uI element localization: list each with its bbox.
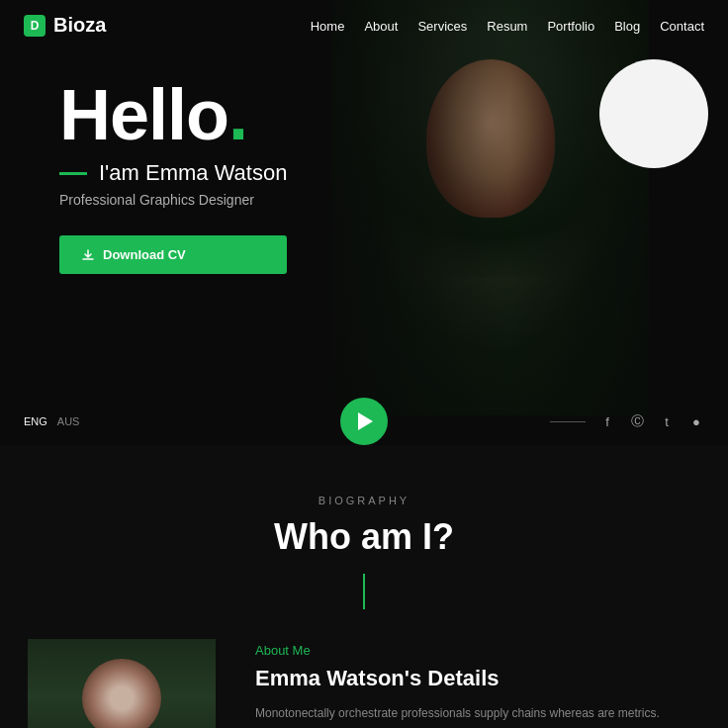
biography-title: Who am I? <box>24 516 704 558</box>
bio-portrait <box>28 639 216 728</box>
play-button[interactable] <box>340 398 388 445</box>
hero-content: Hello. I'am Emma Watson Professional Gra… <box>59 79 287 274</box>
logo-icon: D <box>24 15 46 37</box>
hero-section: Hello. I'am Emma Watson Professional Gra… <box>0 0 728 445</box>
biography-divider <box>363 574 365 609</box>
skype-icon[interactable]: Ⓒ <box>629 413 645 429</box>
hero-divider: I'am Emma Watson <box>59 160 287 186</box>
navbar: D Bioza Home About Services Resum Portfo… <box>0 0 728 50</box>
bio-person-name: Emma Watson's Details <box>255 666 700 691</box>
biography-label: BIOGRAPHY <box>24 495 704 506</box>
nav-contact[interactable]: Contact <box>660 19 704 34</box>
lang-eng[interactable]: ENG <box>24 415 47 427</box>
nav-home[interactable]: Home <box>311 19 345 34</box>
biography-content: About Me Emma Watson's Details Monotonec… <box>28 639 700 728</box>
language-selector: ENG AUS <box>24 415 79 427</box>
nav-services[interactable]: Services <box>417 19 467 34</box>
spotify-icon[interactable]: ● <box>688 413 704 429</box>
lang-aus[interactable]: AUS <box>57 415 80 427</box>
social-divider-line <box>550 421 586 422</box>
nav-portfolio[interactable]: Portfolio <box>547 19 594 34</box>
nav-blog[interactable]: Blog <box>614 19 640 34</box>
facebook-icon[interactable]: f <box>599 413 615 429</box>
biography-section: BIOGRAPHY Who am I? <box>0 445 728 728</box>
hero-divider-line <box>59 172 87 175</box>
hero-profession: Professional Graphics Designer <box>59 192 287 208</box>
social-links: f Ⓒ t ● <box>550 413 704 429</box>
logo[interactable]: D Bioza <box>24 14 106 37</box>
bio-image-container <box>28 639 226 728</box>
hero-greeting: Hello. <box>59 79 287 150</box>
download-icon <box>81 248 95 262</box>
download-cv-button[interactable]: Download CV <box>59 235 287 274</box>
nav-links: Home About Services Resum Portfolio Blog… <box>311 17 704 35</box>
about-me-label: About Me <box>255 643 700 658</box>
nav-resum[interactable]: Resum <box>487 19 527 34</box>
play-icon <box>358 412 373 430</box>
bio-description: Monotonectally orchestrate professionals… <box>255 703 700 728</box>
brand-name: Bioza <box>53 14 106 37</box>
bio-text-content: About Me Emma Watson's Details Monotonec… <box>255 639 700 728</box>
hero-decorative-circle <box>599 59 708 168</box>
hero-name: I'am Emma Watson <box>99 160 287 186</box>
twitter-icon[interactable]: t <box>659 413 675 429</box>
nav-about[interactable]: About <box>364 19 398 34</box>
hero-bottom-bar: ENG AUS f Ⓒ t ● <box>0 398 728 445</box>
hero-dot: . <box>228 75 247 154</box>
